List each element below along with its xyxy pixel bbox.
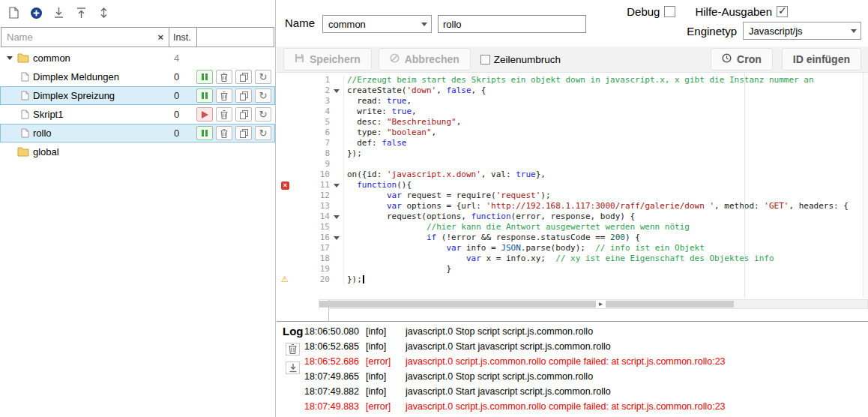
log-row[interactable]: 18:06:50.080 [info] javascript.0 Stop sc… [304, 324, 868, 339]
fold-gutter[interactable] [334, 232, 344, 243]
gutter-marker [277, 190, 295, 201]
collapse-icon[interactable] [7, 56, 14, 60]
code-line[interactable]: 14 request(options, function(error, resp… [277, 212, 868, 222]
code-line[interactable]: 5 desc: "Beschreibung", [277, 117, 868, 128]
sidebar-toolbar [0, 0, 275, 26]
delete-script-button[interactable] [216, 126, 232, 140]
tree-script-skript1[interactable]: Skript1 0 [0, 105, 275, 124]
tree-script-dimplex-spreizung[interactable]: Dimplex Spreizung 0 [0, 86, 275, 105]
line-number: 14 [295, 212, 334, 222]
tree-folder-global[interactable]: global [0, 142, 275, 161]
new-folder-button[interactable] [28, 5, 43, 20]
code-line[interactable]: 12 var request = require('request'); [277, 190, 868, 201]
restart-script-button[interactable] [255, 70, 271, 84]
code-line[interactable]: 15 //hier kann die Antwort ausgewertet w… [277, 222, 868, 232]
text-cursor [363, 275, 364, 284]
log-row[interactable]: 18:06:52.686 [error] javascript.0 script… [304, 354, 868, 369]
cron-button[interactable]: Cron [711, 48, 773, 70]
pause-script-button[interactable] [196, 70, 213, 84]
scroll-right-arrow[interactable] [596, 300, 606, 308]
name-label: Name [285, 16, 315, 29]
cancel-button[interactable]: Abbrechen [379, 48, 471, 70]
engine-select[interactable]: Javascript/js [743, 22, 861, 40]
code-line[interactable]: 3 read: true, [277, 96, 868, 106]
code-line[interactable]: 9 [277, 159, 868, 170]
code-line[interactable]: 4 write: true, [277, 106, 868, 117]
group-select[interactable]: common [322, 15, 432, 33]
clear-log-button[interactable] [286, 343, 300, 356]
log-severity: [info] [366, 341, 406, 352]
log-row[interactable]: 18:07:49.882 [info] javascript.0 Start j… [304, 384, 868, 399]
engine-select-value: Javascript/js [749, 26, 803, 37]
fold-gutter[interactable] [334, 180, 344, 190]
save-button-label: Speichern [310, 53, 361, 65]
code-line[interactable]: 20}); [277, 274, 868, 285]
download-log-button[interactable] [286, 362, 300, 374]
code-text: var request = require('request'); [347, 190, 551, 201]
export-scripts-button[interactable] [51, 5, 66, 20]
clear-filter-icon[interactable] [157, 32, 163, 42]
restart-script-button[interactable] [255, 107, 271, 122]
fold-icon[interactable] [334, 184, 340, 188]
tree-script-rollo[interactable]: rollo 0 [0, 124, 275, 142]
script-name-input[interactable] [438, 15, 586, 33]
help-checkbox[interactable] [777, 6, 788, 17]
fold-icon[interactable] [334, 215, 340, 219]
new-script-button[interactable] [6, 5, 21, 20]
log-row[interactable]: 18:07:49.883 [error] javascript.0 script… [304, 399, 868, 414]
pause-script-button[interactable] [196, 88, 213, 103]
restart-script-button[interactable] [255, 88, 271, 103]
code-editor[interactable]: 1//Erzeugt beim start des Skripts ein ob… [277, 72, 868, 298]
copy-script-button[interactable] [235, 70, 252, 84]
code-line[interactable]: 17 var info = JSON.parse(body); // info … [277, 243, 868, 254]
scroll-thumb[interactable] [319, 301, 734, 308]
code-line[interactable]: 6 type: "boolean", [277, 128, 868, 138]
import-scripts-button[interactable] [73, 5, 88, 20]
code-line[interactable]: 1//Erzeugt beim start des Skripts ein ob… [277, 75, 868, 86]
expand-collapse-button[interactable] [96, 5, 111, 20]
delete-script-button[interactable] [216, 107, 232, 122]
delete-script-button[interactable] [216, 70, 232, 84]
start-script-button[interactable] [196, 107, 213, 122]
copy-script-button[interactable] [235, 88, 252, 103]
code-line[interactable]: 18 var x = info.xy; // xy ist eine Eigen… [277, 254, 868, 264]
line-number: 12 [295, 190, 334, 201]
code-line[interactable]: 13 var options = {url: 'http://192.168.1… [277, 201, 868, 212]
editor-vertical-scrollbar[interactable] [863, 73, 868, 298]
fold-icon[interactable] [334, 89, 340, 93]
filter-input[interactable] [7, 32, 154, 43]
code-text: function(){ [347, 180, 412, 190]
pause-script-button[interactable] [196, 126, 213, 140]
copy-script-button[interactable] [235, 107, 252, 122]
script-actions [196, 107, 274, 122]
tree-script-dimplex-meldungen[interactable]: Dimplex Meldungen 0 [0, 68, 275, 86]
log-timestamp: 18:07:49.883 [304, 401, 366, 412]
code-line[interactable]: 10on({id: 'javascript.x.down', val: true… [277, 170, 868, 180]
insert-id-button[interactable]: ID einfügen [782, 48, 861, 70]
fold-icon[interactable] [334, 236, 340, 240]
restart-script-button[interactable] [255, 126, 271, 140]
gutter-marker [277, 232, 295, 243]
log-severity: [error] [366, 401, 406, 412]
scroll-track[interactable] [319, 300, 867, 308]
debug-checkbox[interactable] [664, 6, 675, 17]
line-number: 4 [295, 106, 334, 117]
code-line[interactable]: 2createState('down', false, { [277, 86, 868, 96]
log-row[interactable]: 18:07:49.865 [info] javascript.0 Stop sc… [304, 369, 868, 384]
code-line[interactable]: 16 if (!error && response.statusCode == … [277, 232, 868, 243]
wrap-checkbox[interactable] [480, 55, 490, 64]
tree-folder-common[interactable]: common 4 [0, 49, 275, 68]
save-button[interactable]: Speichern [283, 48, 372, 70]
delete-script-button[interactable] [216, 88, 232, 103]
code-line[interactable]: 11 function(){ [277, 180, 868, 190]
code-line[interactable]: 8}); [277, 148, 868, 159]
log-row[interactable]: 18:06:52.685 [info] javascript.0 Start j… [304, 339, 868, 354]
copy-script-button[interactable] [235, 126, 252, 140]
fold-gutter [334, 117, 344, 128]
fold-gutter[interactable] [334, 86, 344, 96]
code-line[interactable]: 19 } [277, 264, 868, 274]
code-text: }); [347, 274, 364, 285]
fold-gutter[interactable] [334, 212, 344, 222]
editor-horizontal-scrollbar[interactable] [319, 299, 868, 309]
code-line[interactable]: 7 def: false [277, 138, 868, 148]
